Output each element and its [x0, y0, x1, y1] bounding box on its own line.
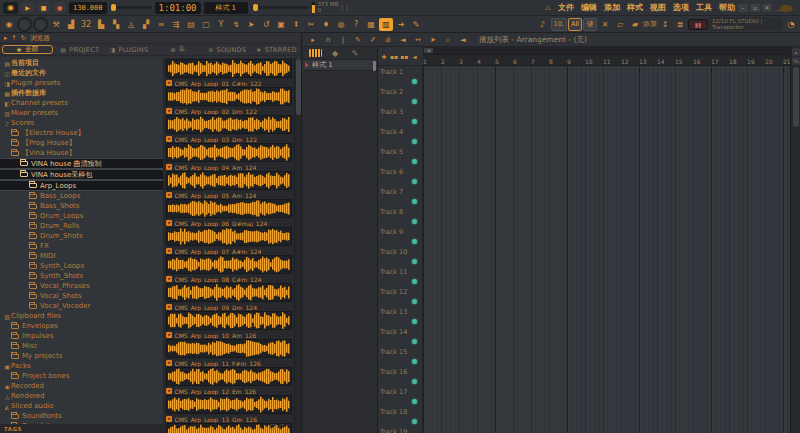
toolbar-icon[interactable]: ▟ [64, 18, 78, 31]
fl-logo-icon[interactable]: ◉ [3, 2, 18, 14]
track-tool-icon[interactable]: ✚ [380, 52, 388, 60]
tree-item[interactable]: Synth_Shots [0, 271, 163, 281]
playlist-tool-icon[interactable]: ➤ [428, 34, 438, 45]
toolbar-icon[interactable]: ♦ [319, 18, 333, 31]
browser-tab[interactable]: ★ STARRED [252, 44, 301, 55]
tree-item[interactable]: Project bones [0, 371, 163, 381]
track-header[interactable]: Track 7 [378, 186, 423, 206]
tree-item[interactable]: ◧ Channel presets [0, 98, 163, 108]
center-slider-icon[interactable]: ↕ [658, 18, 672, 31]
sample-footer-icon[interactable]: ◌ [279, 423, 285, 431]
track-header[interactable]: Track 6 [378, 166, 423, 186]
browser-nav-icon[interactable]: ▸ [4, 34, 7, 42]
patterns-tab-icon[interactable] [309, 49, 322, 57]
tree-item[interactable]: Drum_Loops [0, 211, 163, 221]
toolbar-icon[interactable]: ⇶ [169, 18, 183, 31]
tree-item[interactable]: ▧ Clipboard files [0, 311, 163, 321]
track-mute-led[interactable] [412, 239, 417, 244]
all-button[interactable]: All [568, 18, 582, 31]
waveform-preview[interactable] [166, 311, 292, 330]
toolbar-icon[interactable]: ? [349, 18, 363, 31]
audio-tab-icon[interactable]: ◆ [328, 47, 342, 60]
track-mute-led[interactable] [412, 339, 417, 344]
tree-item[interactable]: Vocal_Vocoder [0, 301, 163, 311]
menu-item[interactable]: 选项 [673, 2, 689, 13]
list-icon[interactable]: ≣ [673, 18, 687, 31]
track-grid[interactable] [423, 226, 790, 246]
time-display[interactable]: 1:01:00 [155, 2, 201, 14]
track-mute-led[interactable] [412, 379, 417, 384]
track-grid[interactable] [423, 386, 790, 406]
globe-icon[interactable]: ◔ [784, 18, 798, 31]
track-grid[interactable] [423, 146, 790, 166]
track-mute-led[interactable] [412, 419, 417, 424]
track-mute-led[interactable] [412, 179, 417, 184]
track-mute-led[interactable] [412, 99, 417, 104]
track-tool-icon[interactable]: ◄ [410, 52, 418, 60]
tree-item[interactable]: 【Prog House】 [0, 138, 163, 148]
sample-item[interactable]: ▸ CMS_Arp_Loop_09_Dm_124 [164, 282, 294, 310]
track-grid[interactable] [423, 366, 790, 386]
playlist-tool-icon[interactable]: | [338, 34, 348, 45]
track-grid[interactable] [423, 326, 790, 346]
timeline-ruler[interactable]: 123456789101112131415161718192021 [423, 55, 790, 66]
tree-item[interactable]: Arp_Loops [0, 180, 163, 191]
key-button[interactable]: 键 [583, 18, 597, 31]
track-grid[interactable] [423, 306, 790, 326]
track-header[interactable]: Track 12 [378, 286, 423, 306]
waveform-preview[interactable] [166, 367, 292, 386]
tree-item[interactable]: ◉ Recorded [0, 381, 163, 391]
toolbar-icon[interactable]: ▤ [184, 18, 198, 31]
browser-nav-icon[interactable]: ↑ [11, 34, 16, 42]
playlist-tool-icon[interactable]: ↔ [413, 34, 423, 45]
playlist-tool-icon[interactable]: ✐ [368, 34, 378, 45]
track-mute-led[interactable] [412, 139, 417, 144]
browser-tab[interactable]: ⊕ 库 [154, 44, 203, 55]
menu-item[interactable]: 工具 [696, 2, 712, 13]
browser-nav-icon[interactable]: ↻ [21, 34, 26, 42]
toolbar-icon[interactable]: ↯ [229, 18, 243, 31]
play-button[interactable]: ▶ [21, 2, 34, 13]
toolbar-icon[interactable] [33, 17, 48, 32]
track-grid[interactable] [423, 286, 790, 306]
vertical-scrollbar[interactable]: ▴% [790, 47, 800, 433]
track-grid[interactable] [423, 426, 790, 433]
add-button[interactable]: 添加 [643, 18, 657, 31]
close-button[interactable]: ✕ [762, 4, 772, 12]
toolbar-icon[interactable]: ≡ [154, 18, 168, 31]
copy-icon[interactable]: ▱ [613, 18, 627, 31]
tree-item[interactable]: ◫ 最近的文件 [0, 68, 163, 78]
toolbar-icon[interactable]: ✎ [409, 18, 423, 31]
track-header[interactable]: Track 8 [378, 206, 423, 226]
track-grid[interactable] [423, 66, 790, 86]
minimize-button[interactable]: – [738, 4, 748, 12]
tree-item[interactable]: 【Electro House】 [0, 128, 163, 138]
horizontal-scrollbar[interactable]: ◂ [423, 47, 790, 55]
track-grid[interactable] [423, 186, 790, 206]
playlist-tool-icon[interactable]: ▸ [308, 34, 318, 45]
sample-scrollbar[interactable] [294, 58, 301, 433]
toolbar-icon[interactable]: Y [214, 18, 228, 31]
waveform-preview[interactable] [166, 199, 292, 218]
sample-footer-icon[interactable]: ❏ [270, 423, 276, 431]
toolbar-icon[interactable]: ▚ [109, 18, 123, 31]
browser-tab[interactable]: ◨ PLUGINS [104, 44, 153, 55]
playlist-tool-icon[interactable]: ◄ [458, 34, 468, 45]
tree-item[interactable]: 【Vina House】 [0, 148, 163, 158]
waveform-preview[interactable] [166, 395, 292, 414]
toolbar-icon[interactable]: ◬ [124, 18, 138, 31]
track-header[interactable]: Track 2 [378, 86, 423, 106]
sample-play-icon[interactable]: ▸ [166, 220, 172, 226]
tree-item[interactable]: Bass_Shots [0, 201, 163, 211]
tree-item[interactable]: VINA house采样包 [0, 169, 163, 180]
browser-tab[interactable]: ≋ SOUNDS [203, 44, 252, 55]
menu-item[interactable]: 视图 [650, 2, 666, 13]
sample-item[interactable]: ▸ CMS_Arp_Loop_11_F#m_126 [164, 338, 294, 366]
browser-tab[interactable]: ✚ 全部 [2, 45, 53, 54]
waveform-preview[interactable] [166, 171, 292, 190]
track-mute-led[interactable] [412, 359, 417, 364]
track-header[interactable]: Track 19 [378, 426, 423, 433]
close-x-icon[interactable]: ✕ [598, 18, 612, 31]
track-header[interactable]: Track 9 [378, 226, 423, 246]
toolbar-icon[interactable]: ➤ [244, 18, 258, 31]
